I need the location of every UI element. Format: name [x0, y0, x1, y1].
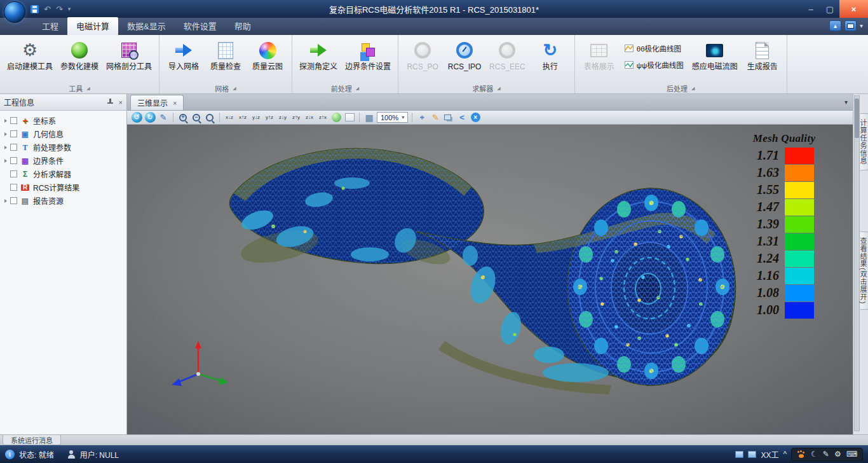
zoom-out-icon[interactable]: −	[193, 114, 200, 121]
checkbox[interactable]	[10, 184, 17, 191]
expand-arrow-icon[interactable]	[4, 199, 7, 203]
checkbox[interactable]	[10, 130, 17, 137]
annotate-pen-icon[interactable]: ✎	[430, 112, 441, 123]
viewport-3d[interactable]: Mesh Quality 1.711.631.551.471.391.311.2…	[127, 125, 853, 434]
execute-button[interactable]: ↻ 执行	[530, 38, 571, 83]
gear-icon[interactable]: ⚙	[834, 450, 841, 458]
quick-access-dropdown-icon[interactable]: ▾	[68, 6, 71, 12]
tree-item-coordinate-system[interactable]: 坐标系	[0, 114, 126, 127]
view-button-yz-down[interactable]: y↓z	[250, 112, 262, 123]
pen-icon[interactable]: ✎	[823, 450, 829, 458]
tree-item-preprocess-params[interactable]: 前处理参数	[0, 141, 126, 154]
redo-icon[interactable]: ↷	[56, 5, 63, 13]
psi-polarization-curve-button[interactable]: ψψ极化曲线图	[621, 58, 688, 72]
pin-icon[interactable]	[107, 99, 114, 106]
panel-close-icon[interactable]: ×	[119, 99, 123, 106]
zoom-level-select[interactable]: 100% ▾	[377, 112, 408, 123]
keyboard-icon[interactable]: ⌨	[846, 450, 857, 458]
pencil-icon[interactable]: ✎	[158, 112, 169, 123]
tree-item-analysis-solver[interactable]: 分析求解器	[0, 167, 126, 181]
layers-icon[interactable]	[444, 114, 451, 120]
window-icon[interactable]	[748, 451, 756, 458]
view-button-xz-up[interactable]: x↑z	[237, 112, 248, 123]
tab-em-computation[interactable]: 电磁计算	[67, 17, 118, 35]
cancel-icon[interactable]: ×	[471, 113, 480, 122]
view-button-xz-down[interactable]: x↓z	[224, 112, 235, 123]
induced-em-current-map-button[interactable]: 感应电磁流图	[689, 38, 741, 83]
parametric-modeling-button[interactable]: 参数化建模	[57, 38, 102, 83]
dialog-launcher-icon[interactable]: ◢	[356, 86, 359, 91]
tab-list-dropdown-icon[interactable]: ▾	[844, 99, 848, 106]
tree-item-label: 边界条件	[33, 155, 64, 166]
save-icon[interactable]	[31, 5, 39, 13]
launch-modeling-tool-button[interactable]: ⚙ 启动建模工具	[4, 38, 56, 83]
wireframe-view-icon[interactable]	[345, 113, 355, 121]
view-button-zy-up[interactable]: z↑y	[290, 112, 302, 123]
boundary-condition-settings-button[interactable]: 边界条件设置	[342, 38, 394, 83]
dialog-launcher-icon[interactable]: ◢	[691, 86, 695, 91]
tree-item-label: 坐标系	[33, 115, 56, 126]
tab-close-icon[interactable]: ×	[173, 99, 177, 107]
checkbox[interactable]	[10, 117, 17, 124]
expand-arrow-icon[interactable]	[4, 146, 7, 149]
quality-check-button[interactable]: 质量检查	[205, 38, 246, 83]
maximize-button[interactable]: ▢	[820, 0, 839, 18]
tab-help[interactable]: 帮助	[226, 17, 260, 35]
checkbox[interactable]	[10, 197, 17, 204]
checkbox[interactable]	[10, 170, 17, 177]
rotate-icon[interactable]: ↻	[145, 112, 156, 123]
dialog-launcher-icon[interactable]: ◢	[233, 86, 236, 91]
tree-item-report-resources[interactable]: 报告资源	[0, 194, 126, 207]
tree-item-boundary-conditions[interactable]: 边界条件	[0, 154, 126, 167]
moon-icon[interactable]: ☾	[811, 450, 818, 458]
task-info-vertical-tab[interactable]: 计算任务信息	[860, 113, 868, 170]
collapse-ribbon-button[interactable]: ▴	[829, 20, 841, 31]
expand-arrow-icon[interactable]	[4, 132, 7, 136]
grid-icon[interactable]: ▦	[363, 112, 375, 123]
rcs-po-button[interactable]: RCS_PO	[402, 38, 443, 83]
view-button-zx-up[interactable]: z↑x	[317, 112, 329, 123]
legend-value: 1.16	[743, 268, 779, 283]
caret-up-icon[interactable]: ^	[783, 450, 787, 458]
view-button-zx-down[interactable]: z↓x	[304, 112, 315, 123]
view-button-zy-down[interactable]: z↓y	[277, 112, 288, 123]
tab-data-display[interactable]: 数据&显示	[118, 17, 175, 35]
undo-icon[interactable]: ↶	[44, 5, 51, 13]
theta-polarization-curve-button[interactable]: θθ极化曲线图	[621, 41, 688, 55]
button-label: 执行	[543, 63, 558, 72]
system-messages-tab[interactable]: 系统运行消息	[3, 435, 61, 445]
rcs-ipo-button[interactable]: RCS_IPO	[444, 38, 485, 83]
vector-export-icon[interactable]: <	[456, 112, 468, 123]
view-button-yz-up[interactable]: y↑z	[264, 112, 275, 123]
ribbon-options-dropdown-icon[interactable]: ▾	[860, 22, 863, 29]
view-results-vertical-tab[interactable]: 查看结果(双击展开)	[860, 232, 868, 310]
orbit-icon[interactable]: ↺	[132, 112, 142, 123]
paw-icon[interactable]	[797, 450, 806, 459]
tab-project[interactable]: 工程	[33, 17, 67, 35]
shaded-view-icon[interactable]	[332, 113, 341, 122]
zoom-window-icon[interactable]	[206, 114, 214, 121]
probe-angle-define-button[interactable]: 探测角定义	[296, 38, 341, 83]
quality-cloud-map-button[interactable]: 质量云图	[247, 38, 288, 83]
probe-icon[interactable]: ⌖	[416, 112, 428, 123]
tree-item-rcs-results[interactable]: RCS计算结果	[0, 181, 126, 194]
tab-settings[interactable]: 软件设置	[175, 17, 226, 35]
mesh-partition-tool-button[interactable]: 网格剖分工具	[103, 38, 155, 83]
dialog-launcher-icon[interactable]: ◢	[86, 86, 90, 91]
tree-item-geometry-info[interactable]: 几何信息	[0, 127, 126, 141]
window-icon[interactable]	[735, 451, 743, 458]
table-display-button[interactable]: 表格展示	[579, 38, 620, 83]
rcs-eec-button[interactable]: RCS_EEC	[486, 38, 529, 83]
checkbox[interactable]	[10, 157, 17, 164]
import-mesh-button[interactable]: 导入网格	[163, 38, 204, 83]
minimize-button[interactable]: –	[801, 0, 820, 18]
expand-arrow-icon[interactable]	[4, 159, 7, 163]
expand-arrow-icon[interactable]	[4, 119, 7, 123]
close-button[interactable]: ×	[839, 0, 868, 18]
dialog-launcher-icon[interactable]: ◢	[497, 86, 500, 91]
generate-report-button[interactable]: 生成报告	[742, 38, 783, 83]
checkbox[interactable]	[10, 144, 17, 151]
zoom-in-icon[interactable]: +	[179, 114, 187, 121]
tab-3d-display[interactable]: 三维显示 ×	[130, 95, 184, 110]
display-panel-button[interactable]	[844, 20, 857, 31]
